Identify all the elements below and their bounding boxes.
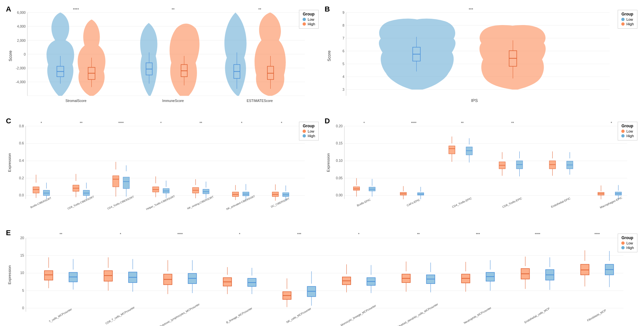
- svg-text:3: 3: [342, 88, 344, 91]
- svg-text:9: 9: [342, 11, 344, 14]
- panel-d-legend-title: Group: [621, 124, 634, 128]
- immune-high-violin: [170, 24, 200, 96]
- panel-e-chart: 20 15 10 5 0 Expression ** * **** * *** …: [7, 229, 637, 326]
- svg-text:Endothelial_cells_MCP: Endothelial_cells_MCP: [524, 307, 550, 324]
- panel-e-legend-title: Group: [621, 236, 634, 240]
- svg-text:4,000: 4,000: [17, 24, 26, 28]
- panel-a-legend-low: Low: [303, 17, 315, 21]
- estimate-high-violin: [255, 13, 286, 96]
- panel-e-low-label: Low: [626, 241, 633, 245]
- svg-text:Bcells-EPIC: Bcells-EPIC: [356, 198, 371, 207]
- svg-rect-329: [581, 264, 589, 275]
- svg-text:0.4: 0.4: [19, 159, 24, 163]
- svg-text:0.15: 0.15: [336, 141, 343, 145]
- svg-text:****: ****: [73, 8, 79, 12]
- panel-b-legend: Group Low High: [618, 10, 637, 29]
- svg-rect-172: [353, 187, 359, 190]
- svg-text:IPS: IPS: [471, 98, 478, 103]
- svg-text:10: 10: [20, 271, 24, 275]
- estimate-low-violin: [224, 13, 246, 96]
- panel-c-legend-high: High: [303, 134, 315, 138]
- svg-text:Monocytic_lineage_MCPcounter: Monocytic_lineage_MCPcounter: [340, 304, 377, 326]
- svg-text:7: 7: [342, 36, 344, 40]
- panel-b-chart: 9 8 7 6 5 4 3 Score *** IPS: [325, 5, 637, 107]
- svg-text:4: 4: [342, 75, 344, 79]
- svg-text:CD8_T_cells_MCPcounter: CD8_T_cells_MCPcounter: [105, 306, 135, 325]
- svg-text:****: ****: [411, 121, 416, 125]
- svg-text:CD8_Tcells-EPIC: CD8_Tcells-EPIC: [502, 196, 523, 209]
- svg-text:5: 5: [342, 62, 344, 66]
- panel-d-legend-low: Low: [621, 129, 634, 133]
- svg-text:2,000: 2,000: [17, 38, 26, 42]
- svg-text:*: *: [120, 232, 121, 236]
- svg-rect-92: [33, 187, 39, 193]
- panel-c-high-dot: [303, 134, 306, 138]
- svg-text:*: *: [363, 121, 365, 125]
- svg-rect-190: [449, 146, 455, 154]
- panel-d-chart: 0.20 0.15 0.10 0.05 0.00 Expression * **…: [325, 117, 637, 219]
- svg-text:Expression: Expression: [326, 153, 330, 172]
- panel-c-label: C: [6, 117, 11, 125]
- svg-text:Expression: Expression: [7, 265, 12, 284]
- svg-text:****: ****: [177, 232, 183, 236]
- panel-d-low-dot: [621, 130, 625, 133]
- panel-d-high-label: High: [626, 134, 634, 138]
- panel-a-low-dot: [303, 18, 306, 21]
- panel-b-high-dot: [621, 22, 625, 26]
- svg-text:Score: Score: [327, 50, 332, 61]
- svg-text:Neutrophils_MCPcounter: Neutrophils_MCPcounter: [463, 306, 492, 324]
- svg-text:CD8_Tcells-CIBERSORT: CD8_Tcells-CIBERSORT: [67, 195, 95, 210]
- panel-a-legend-high: High: [303, 22, 315, 26]
- panel-a-low-label: Low: [308, 17, 314, 21]
- panel-e-legend: Group Low High: [618, 234, 637, 252]
- svg-text:**: **: [172, 8, 175, 12]
- svg-rect-114: [123, 177, 129, 188]
- panel-c: C Group Low High 0.8 0.6 0.4 0.2: [3, 115, 322, 227]
- panel-d: D Group Low High 0.20 0.15 0.10 0.05: [322, 115, 641, 227]
- svg-text:T_cells_MCPcounter: T_cells_MCPcounter: [48, 307, 73, 323]
- svg-text:ESTIMATEScore: ESTIMATEScore: [247, 99, 273, 103]
- svg-text:****: ****: [535, 232, 540, 236]
- panel-c-low-label: Low: [308, 129, 314, 133]
- svg-text:Fibroblasts_MCP: Fibroblasts_MCP: [586, 308, 607, 322]
- svg-text:****: ****: [594, 232, 600, 236]
- svg-text:0: 0: [22, 306, 24, 310]
- ips-high-violin: [480, 25, 546, 89]
- svg-text:**: **: [511, 121, 514, 125]
- svg-text:*: *: [241, 121, 242, 125]
- svg-text:**: **: [258, 8, 261, 12]
- panel-d-legend-high: High: [621, 134, 634, 138]
- panel-b-legend-low: Low: [621, 17, 634, 21]
- svg-text:CD4_Tcells-EPIC: CD4_Tcells-EPIC: [452, 196, 472, 209]
- svg-text:0.2: 0.2: [19, 176, 24, 180]
- svg-text:*: *: [239, 232, 240, 236]
- panel-a-high-label: High: [308, 22, 315, 26]
- svg-text:Cytotoxic_lymphocytes_MCPcount: Cytotoxic_lymphocytes_MCPcounter: [159, 302, 200, 326]
- panel-c-chart: 0.8 0.6 0.4 0.2 0.0 Expression * ** ****…: [7, 117, 319, 219]
- panel-e-low-dot: [621, 241, 625, 245]
- panel-e: E Group Low High 20 15 10 5 0: [3, 227, 641, 326]
- panel-a: A Group Low High 6,000 4,000: [3, 3, 322, 115]
- svg-text:**: **: [199, 121, 202, 125]
- panel-c-legend-title: Group: [303, 124, 315, 128]
- svg-text:Expression: Expression: [8, 153, 12, 172]
- panel-c-low-dot: [303, 130, 306, 133]
- svg-text:*: *: [358, 232, 359, 236]
- svg-text:NK_cells_MCPcounter: NK_cells_MCPcounter: [286, 307, 312, 324]
- svg-text:CAFs-EPIC: CAFs-EPIC: [406, 198, 421, 207]
- svg-text:0.6: 0.6: [19, 141, 24, 145]
- svg-text:B_lineage_MCPcounter: B_lineage_MCPcounter: [226, 306, 253, 324]
- panel-a-chart: 6,000 4,000 2,000 0 -2,000 -4,000 Score …: [7, 5, 319, 107]
- panel-a-legend-title: Group: [303, 12, 315, 16]
- svg-text:CD4_Tcells-CIBERSORT: CD4_Tcells-CIBERSORT: [107, 195, 135, 210]
- panel-b-legend-title: Group: [621, 12, 634, 16]
- panel-c-legend-low: Low: [303, 129, 315, 133]
- panel-a-label: A: [6, 5, 11, 13]
- svg-text:8: 8: [342, 23, 344, 27]
- svg-text:0.00: 0.00: [336, 193, 343, 197]
- svg-text:Myeloid_dendritic_cells_MCPcou: Myeloid_dendritic_cells_MCPcounter: [397, 302, 438, 326]
- svg-text:Helper_Tcells-CIBERSORT: Helper_Tcells-CIBERSORT: [146, 195, 176, 211]
- panel-e-high-label: High: [626, 246, 634, 250]
- panel-e-legend-high: High: [621, 246, 634, 250]
- panel-d-legend: Group Low High: [618, 122, 637, 140]
